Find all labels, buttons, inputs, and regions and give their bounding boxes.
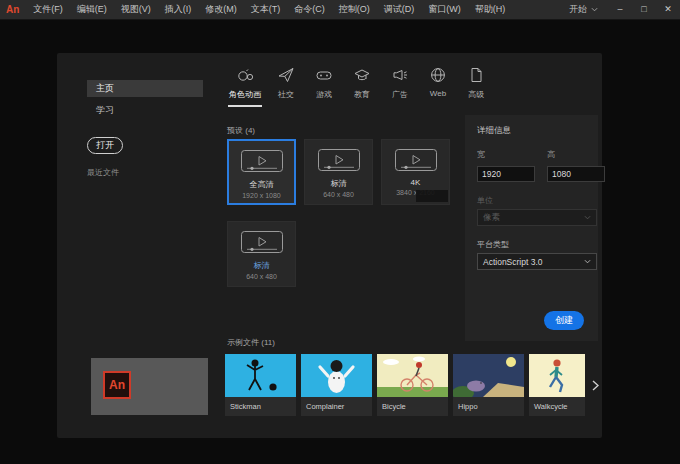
samples-row: Stickman Complainer (225, 354, 585, 416)
samples-heading: 示例文件 (11) (227, 337, 275, 348)
units-value: 像素 (483, 212, 500, 224)
samples-next-button[interactable] (589, 378, 601, 392)
video-preset-icon (240, 230, 284, 258)
promo-banner[interactable]: An (91, 358, 208, 415)
sample-name: Complainer (301, 397, 372, 416)
presets-heading: 预设 (4) (227, 125, 255, 136)
menu-commands[interactable]: 命令(C) (287, 0, 332, 19)
preset-card-4k[interactable]: 4K 3840 x 2160 (381, 139, 450, 205)
tab-underline (459, 105, 493, 107)
tab-advanced[interactable]: 高级 (457, 65, 495, 107)
tab-social[interactable]: 社交 (267, 65, 305, 107)
preset-dimensions: 1920 x 1080 (242, 192, 281, 199)
chevron-down-icon (584, 215, 591, 220)
menu-help[interactable]: 帮助(H) (468, 0, 513, 19)
width-label: 宽 (477, 149, 535, 160)
menu-text[interactable]: 文本(T) (244, 0, 288, 19)
tab-label: 教育 (354, 89, 370, 100)
menu-window[interactable]: 窗口(W) (421, 0, 468, 19)
create-button[interactable]: 创建 (544, 311, 584, 330)
workspace-switcher[interactable]: 开始 (569, 3, 608, 16)
menu-debug[interactable]: 调试(D) (377, 0, 422, 19)
recent-files-label: 最近文件 (87, 167, 119, 178)
preset-name: 标清 (331, 178, 347, 189)
tab-label: Web (430, 89, 446, 98)
tab-label: 游戏 (316, 89, 332, 100)
tab-label: 广告 (392, 89, 408, 100)
platform-label: 平台类型 (477, 239, 586, 250)
tab-underline (345, 105, 379, 107)
open-button[interactable]: 打开 (87, 137, 123, 154)
sample-name: Bicycle (377, 397, 448, 416)
sidebar-item-home[interactable]: 主页 (87, 80, 203, 97)
animate-logo: An (0, 4, 26, 15)
menu-file[interactable]: 文件(F) (26, 0, 70, 19)
walkcycle-thumbnail (529, 354, 585, 397)
chevron-right-icon (592, 380, 599, 391)
sample-card-walkcycle[interactable]: Walkcycle (529, 354, 585, 416)
menu-control[interactable]: 控制(O) (332, 0, 377, 19)
sample-card-complainer[interactable]: Complainer (301, 354, 372, 416)
chevron-down-icon (591, 7, 598, 12)
tab-games[interactable]: 游戏 (305, 65, 343, 107)
tab-ads[interactable]: 广告 (381, 65, 419, 107)
bicycle-thumbnail (377, 354, 448, 397)
sidebar-item-learn[interactable]: 学习 (87, 102, 203, 119)
menubar: An 文件(F) 编辑(E) 视图(V) 插入(I) 修改(M) 文本(T) 命… (0, 0, 680, 20)
menu-insert[interactable]: 插入(I) (158, 0, 199, 19)
preset-name: 4K (411, 178, 421, 187)
preset-card-fullhd[interactable]: 全高清 1920 x 1080 (227, 139, 296, 205)
tab-underline (307, 105, 341, 107)
tab-education[interactable]: 教育 (343, 65, 381, 107)
hippo-thumbnail (453, 354, 524, 397)
sample-name: Walkcycle (529, 397, 585, 416)
tab-label: 高级 (468, 89, 484, 100)
menu-edit[interactable]: 编辑(E) (70, 0, 114, 19)
preset-card-sd-2[interactable]: 标清 640 x 480 (227, 221, 296, 287)
preset-name: 标清 (254, 260, 270, 271)
character-animation-icon (237, 65, 254, 83)
tooltip-overlay (416, 190, 448, 202)
tab-web[interactable]: Web (419, 65, 457, 107)
video-preset-icon (317, 148, 361, 176)
width-input[interactable] (477, 166, 535, 182)
maximize-button[interactable]: □ (632, 0, 656, 19)
sidebar-item-label: 学习 (96, 105, 114, 115)
height-label: 高 (547, 149, 605, 160)
chevron-down-icon (584, 259, 591, 264)
category-tabs: 角色动画 社交 游戏 教育 广告 (223, 65, 495, 107)
paper-plane-icon (278, 65, 294, 83)
sample-card-hippo[interactable]: Hippo (453, 354, 524, 416)
sample-name: Hippo (453, 397, 524, 416)
preset-dimensions: 640 x 480 (246, 273, 277, 280)
details-panel: 详细信息 宽 高 单位 像素 平台类型 ActionScript 3.0 (465, 115, 598, 341)
video-preset-icon (394, 148, 438, 176)
close-button[interactable]: ✕ (656, 0, 680, 19)
animate-logo-badge: An (103, 371, 131, 399)
preset-card-sd[interactable]: 标清 640 x 480 (304, 139, 373, 205)
tab-character-animation[interactable]: 角色动画 (223, 65, 267, 107)
units-label: 单位 (477, 195, 586, 206)
tab-label: 角色动画 (229, 89, 261, 100)
height-input[interactable] (547, 166, 605, 182)
sidebar-item-label: 主页 (96, 83, 114, 93)
document-icon (468, 65, 484, 83)
menu-modify[interactable]: 修改(M) (198, 0, 244, 19)
workspace-label: 开始 (569, 3, 587, 16)
sample-card-stickman[interactable]: Stickman (225, 354, 296, 416)
units-select: 像素 (477, 209, 597, 226)
tab-label: 社交 (278, 89, 294, 100)
preset-dimensions: 640 x 480 (323, 191, 354, 198)
sample-name: Stickman (225, 397, 296, 416)
platform-select[interactable]: ActionScript 3.0 (477, 253, 597, 270)
game-controller-icon (316, 65, 332, 83)
globe-icon (430, 65, 446, 83)
graduation-cap-icon (354, 65, 370, 83)
tab-underline (421, 103, 455, 105)
tab-underline (228, 105, 262, 107)
tab-underline (383, 105, 417, 107)
menu-view[interactable]: 视图(V) (114, 0, 158, 19)
sample-card-bicycle[interactable]: Bicycle (377, 354, 448, 416)
stickman-thumbnail (225, 354, 296, 397)
minimize-button[interactable]: – (608, 0, 632, 19)
